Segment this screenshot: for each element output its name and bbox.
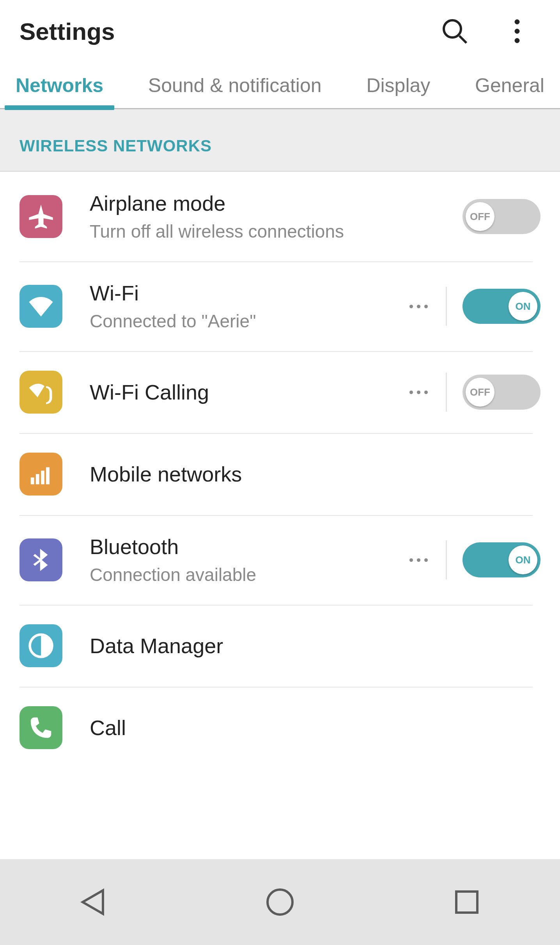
svg-point-4 (515, 38, 519, 43)
row-title: Airplane mode (90, 191, 463, 215)
mobile-icon (19, 453, 62, 496)
svg-rect-7 (456, 892, 477, 913)
svg-point-6 (268, 890, 292, 915)
svg-line-1 (459, 36, 466, 43)
row-call[interactable]: Call (0, 687, 560, 769)
header-actions (439, 16, 541, 47)
wifi-toggle[interactable]: ON (463, 289, 541, 324)
more-icon[interactable] (403, 558, 434, 562)
row-wificall[interactable]: Wi-Fi CallingOFF (0, 351, 560, 433)
nav-recent-icon[interactable] (439, 875, 494, 929)
wificall-toggle[interactable]: OFF (463, 375, 541, 410)
call-icon (19, 706, 62, 749)
tab-display[interactable]: Display (362, 62, 434, 109)
row-title: Wi-Fi (90, 281, 403, 305)
row-wifi[interactable]: Wi-FiConnected to "Aerie"ON (0, 261, 560, 351)
row-subtitle: Turn off all wireless connections (90, 221, 463, 242)
tab-general[interactable]: General (471, 62, 548, 109)
bluetooth-icon (19, 538, 62, 581)
row-title: Mobile networks (90, 462, 541, 486)
search-icon[interactable] (439, 16, 470, 47)
row-extra: OFF (403, 371, 541, 414)
tab-networks[interactable]: Networks (12, 62, 107, 109)
row-extra: ON (403, 538, 541, 581)
nav-back-icon[interactable] (66, 875, 121, 929)
row-text: Wi-FiConnected to "Aerie" (90, 281, 403, 332)
system-navbar (0, 859, 560, 945)
row-subtitle: Connection available (90, 564, 403, 585)
row-extra: OFF (463, 195, 541, 238)
airplane-icon (19, 195, 62, 238)
tab-sound-notification[interactable]: Sound & notification (144, 62, 326, 109)
row-extra: ON (403, 285, 541, 328)
row-text: Wi-Fi Calling (90, 380, 403, 404)
row-text: Airplane modeTurn off all wireless conne… (90, 191, 463, 242)
nav-home-icon[interactable] (253, 875, 307, 929)
airplane-toggle[interactable]: OFF (463, 199, 541, 234)
row-mobile[interactable]: Mobile networks (0, 433, 560, 515)
toggle-state-label: OFF (470, 386, 490, 398)
wifi-icon (19, 285, 62, 328)
more-icon[interactable] (403, 305, 434, 308)
svg-point-3 (515, 29, 519, 34)
bluetooth-toggle[interactable]: ON (463, 542, 541, 577)
svg-point-2 (515, 20, 519, 24)
data-icon (19, 624, 62, 667)
overflow-menu-icon[interactable] (502, 16, 533, 47)
row-text: Mobile networks (90, 462, 541, 486)
row-title: Call (90, 716, 541, 740)
tabs: NetworksSound & notificationDisplayGener… (0, 62, 560, 109)
separator (446, 373, 447, 412)
more-icon[interactable] (403, 391, 434, 394)
row-title: Wi-Fi Calling (90, 380, 403, 404)
row-text: Data Manager (90, 634, 541, 658)
separator (446, 287, 447, 326)
row-airplane[interactable]: Airplane modeTurn off all wireless conne… (0, 172, 560, 261)
row-data[interactable]: Data Manager (0, 605, 560, 687)
toggle-state-label: ON (516, 300, 531, 313)
app-header: Settings (0, 0, 560, 62)
separator (446, 540, 447, 579)
row-subtitle: Connected to "Aerie" (90, 311, 403, 332)
row-bluetooth[interactable]: BluetoothConnection availableON (0, 515, 560, 605)
toggle-state-label: OFF (470, 211, 490, 223)
svg-point-0 (444, 20, 461, 37)
row-title: Bluetooth (90, 535, 403, 559)
section-header-wireless: WIRELESS NETWORKS (0, 109, 560, 172)
page-title: Settings (19, 18, 439, 45)
wificall-icon (19, 371, 62, 414)
settings-list: Airplane modeTurn off all wireless conne… (0, 172, 560, 859)
toggle-state-label: ON (516, 554, 531, 566)
svg-marker-5 (83, 890, 103, 914)
row-text: Call (90, 716, 541, 740)
row-text: BluetoothConnection available (90, 535, 403, 585)
row-title: Data Manager (90, 634, 541, 658)
